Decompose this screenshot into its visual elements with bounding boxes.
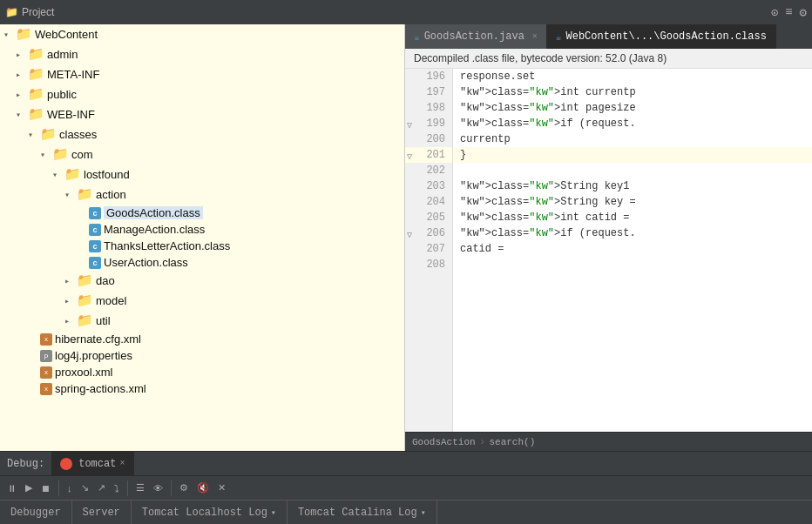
tomcat-tab-close[interactable]: ×: [119, 459, 125, 468]
tab-goodsaction-java[interactable]: ☕ GoodsAction.java ×: [405, 24, 547, 49]
folder-arrow-icon: ▾: [28, 130, 40, 140]
code-line: catid =: [453, 241, 812, 257]
server-label: Server: [83, 507, 120, 519]
tree-label: hibernate.cfg.xml: [55, 333, 141, 346]
debug-bar: Debug: tomcat ×: [0, 451, 812, 475]
tree-item[interactable]: xproxool.xml: [0, 364, 404, 380]
catalina-log-label: Tomcat Catalina Log: [298, 507, 417, 519]
code-line: "kw">class="kw">if (request.: [453, 116, 812, 131]
separator-2: [127, 480, 128, 496]
tree-item[interactable]: ▸ 📁util: [0, 311, 404, 331]
tree-label: model: [96, 294, 126, 307]
sync-icon[interactable]: ⊙: [771, 5, 778, 20]
run-cursor-btn[interactable]: ⤵: [111, 481, 123, 495]
tab-catalina-log[interactable]: Tomcat Catalina Log ▾: [288, 500, 437, 524]
tab-debugger[interactable]: Debugger: [0, 500, 72, 524]
tree-item[interactable]: cManageAction.class: [0, 221, 404, 238]
close-btn[interactable]: ✕: [214, 480, 229, 495]
tree-item[interactable]: ▸ 📁dao: [0, 271, 404, 291]
pause-btn[interactable]: ▶: [22, 480, 36, 495]
code-line: [453, 163, 812, 178]
folder-arrow-icon: ▸: [64, 276, 77, 286]
tree-item[interactable]: ▾ 📁com: [0, 144, 404, 165]
folder-arrow-icon: ▸: [64, 316, 77, 326]
bottom-tabs: Debugger Server Tomcat Localhost Log ▾ T…: [0, 500, 812, 524]
folder-arrow-icon: ▸: [16, 50, 28, 60]
tree-item[interactable]: ▾ 📁action: [0, 185, 404, 205]
tree-label: ThanksLetterAction.class: [104, 239, 230, 252]
tomcat-debug-tab[interactable]: tomcat ×: [51, 452, 134, 475]
code-line: "kw">class="kw">int pagesize: [453, 100, 812, 116]
localhost-log-label: Tomcat Localhost Log: [142, 507, 267, 519]
tab-label-class: WebContent\...\GoodsAction.class: [565, 30, 766, 43]
catalina-log-arrow: ▾: [421, 507, 426, 518]
tree-item[interactable]: plog4j.properties: [0, 347, 404, 364]
tree-label: com: [71, 148, 93, 161]
tree-item[interactable]: xhibernate.cfg.xml: [0, 331, 404, 347]
line-number: 208: [405, 257, 452, 272]
folder-icon: 📁: [28, 106, 44, 123]
stop-btn[interactable]: ⏹: [37, 481, 54, 495]
line-numbers: 196197198199200201202203204205206207208: [405, 69, 453, 432]
collapse-icon[interactable]: ≡: [785, 5, 792, 20]
editor-panel: ☕ GoodsAction.java × ☕ WebContent\...\Go…: [405, 24, 812, 451]
tab-localhost-log[interactable]: Tomcat Localhost Log ▾: [132, 500, 288, 524]
java-class-icon: c: [89, 207, 101, 219]
tab-close-java[interactable]: ×: [532, 32, 538, 42]
line-number: 198: [405, 100, 452, 116]
folder-icon: 📁: [28, 86, 44, 103]
folder-icon: 📁: [28, 66, 44, 83]
tree-item[interactable]: ▸ 📁model: [0, 291, 404, 311]
code-area[interactable]: 196197198199200201202203204205206207208 …: [405, 69, 812, 432]
settings-btn[interactable]: ⚙: [176, 480, 192, 495]
settings-icon[interactable]: ⚙: [800, 5, 807, 20]
tree-item[interactable]: cThanksLetterAction.class: [0, 238, 404, 254]
folder-icon: 📁: [77, 312, 93, 329]
tab-server[interactable]: Server: [72, 500, 132, 524]
code-line: "kw">class="kw">int catid =: [453, 210, 812, 225]
breadcrumb-class: GoodsAction: [412, 437, 476, 447]
breadcrumb-method: search(): [489, 437, 535, 447]
tree-label: admin: [47, 48, 78, 61]
step-out-btn[interactable]: ↗: [94, 480, 109, 495]
tree-item[interactable]: ▾ 📁WEB-INF: [0, 104, 404, 124]
tree-item[interactable]: cUserAction.class: [0, 254, 404, 271]
code-line: }: [453, 147, 812, 163]
tree-item[interactable]: ▸ 📁admin: [0, 44, 404, 64]
watches-btn[interactable]: 👁: [150, 481, 166, 495]
tree-item[interactable]: xspring-actions.xml: [0, 380, 404, 397]
line-number: 200: [405, 131, 452, 147]
folder-arrow-icon: ▸: [16, 90, 28, 100]
xml-icon: x: [40, 333, 52, 346]
line-number: 207: [405, 241, 452, 257]
localhost-log-arrow: ▾: [271, 507, 276, 518]
tab-goodsaction-class[interactable]: ☕ WebContent\...\GoodsAction.class: [547, 24, 776, 49]
eval-btn[interactable]: ☰: [132, 480, 148, 495]
line-number: 205: [405, 210, 452, 225]
folder-arrow-icon: ▾: [40, 150, 52, 160]
tree-item[interactable]: ▾ 📁classes: [0, 124, 404, 144]
code-lines: response.set "kw">class="kw">int current…: [453, 69, 812, 432]
tree-item[interactable]: ▾ 📁lostfound: [0, 165, 404, 185]
tree-item[interactable]: ▾ 📁WebContent: [0, 24, 404, 44]
step-into-btn[interactable]: ↘: [78, 480, 92, 495]
tree-item[interactable]: ▸ 📁META-INF: [0, 64, 404, 84]
line-number: 197: [405, 84, 452, 100]
line-number: 203: [405, 178, 452, 194]
folder-icon: 📁: [28, 46, 44, 63]
mute-btn[interactable]: 🔇: [193, 480, 213, 495]
tree-item[interactable]: ▸ 📁public: [0, 84, 404, 104]
java-class-icon: c: [89, 240, 101, 252]
resume-btn[interactable]: ⏸: [3, 481, 20, 495]
step-over-btn[interactable]: ↓: [64, 481, 76, 495]
folder-arrow-icon: ▾: [3, 30, 16, 40]
tree-item[interactable]: cGoodsAction.class: [0, 205, 404, 221]
folder-arrow-icon: ▾: [64, 190, 77, 200]
tree-label: classes: [59, 128, 97, 141]
line-number: 202: [405, 163, 452, 178]
java-class-icon: c: [89, 224, 101, 236]
tab-label-java: GoodsAction.java: [424, 30, 524, 43]
folder-icon: 📁: [16, 26, 32, 43]
tree-label: GoodsAction.class: [104, 206, 203, 219]
folder-icon: 📁: [52, 146, 69, 163]
